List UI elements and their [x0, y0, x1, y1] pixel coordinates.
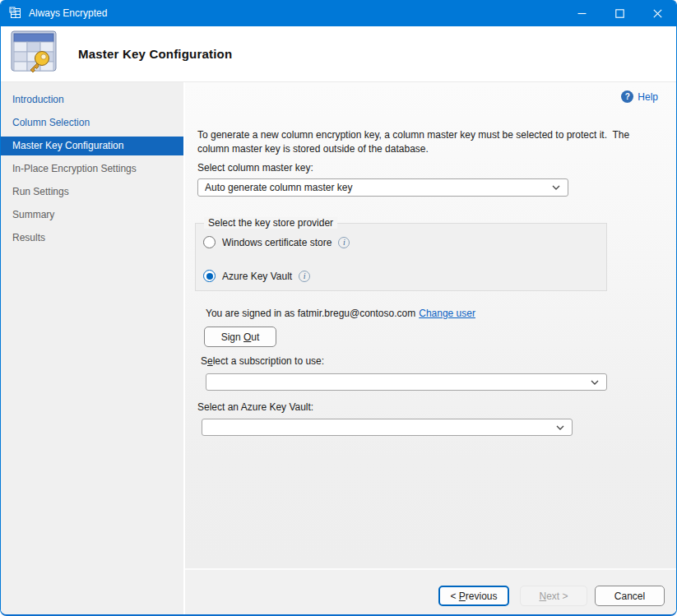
cancel-button[interactable]: Cancel [595, 586, 665, 606]
window-title: Always Encrypted [29, 7, 107, 19]
master-key-label: Select column master key: [197, 162, 313, 174]
change-user-link[interactable]: Change user [419, 308, 475, 319]
provider-groupbox: Select the key store provider Windows ce… [195, 223, 607, 291]
table-key-icon [11, 30, 58, 78]
subscription-combobox[interactable] [206, 373, 607, 391]
titlebar: Always Encrypted [1, 0, 676, 26]
app-icon [9, 7, 22, 20]
sidebar-item-column-selection[interactable]: Column Selection [1, 113, 183, 132]
previous-button[interactable]: < Previous [438, 586, 509, 606]
sidebar-item-run-settings: Run Settings [1, 183, 183, 201]
radio-azure-key-vault[interactable]: Azure Key Vault i [203, 270, 310, 282]
master-key-combobox-value: Auto generate column master key [205, 182, 551, 193]
radio-circle-selected-icon[interactable] [203, 270, 216, 282]
subscription-label: Select a subscription to use: [201, 355, 324, 367]
content-pane: ? Help To generate a new column encrypti… [185, 82, 676, 568]
close-button[interactable] [638, 0, 676, 26]
chevron-down-icon [555, 424, 565, 431]
signed-in-text: You are signed in as fatmir.bregu@contos… [206, 308, 475, 319]
sidebar-item-in-place-encryption-settings: In-Place Encryption Settings [1, 160, 183, 178]
vault-combobox[interactable] [202, 419, 573, 436]
master-key-combobox[interactable]: Auto generate column master key [197, 178, 568, 197]
info-icon[interactable]: i [338, 237, 350, 248]
radio-label: Windows certificate store [222, 237, 332, 248]
radio-windows-certificate-store[interactable]: Windows certificate store i [203, 236, 350, 248]
minimize-button[interactable] [563, 0, 600, 26]
page-title: Master Key Configuration [78, 47, 232, 61]
chevron-down-icon [590, 379, 600, 386]
chevron-down-icon [551, 184, 561, 191]
intro-text: To generate a new column encryption key,… [197, 128, 663, 156]
maximize-button[interactable] [600, 0, 638, 26]
help-icon: ? [621, 90, 633, 103]
sidebar-item-master-key-configuration[interactable]: Master Key Configuration [1, 137, 183, 155]
wizard-header: Master Key Configuration [1, 26, 676, 82]
sidebar-item-introduction[interactable]: Introduction [1, 90, 183, 109]
provider-groupbox-legend: Select the key store provider [204, 217, 337, 229]
sidebar-item-results: Results [1, 229, 183, 248]
sign-out-button[interactable]: Sign Out [204, 327, 276, 347]
sidebar-item-summary: Summary [1, 206, 183, 225]
next-button: Next > [520, 586, 587, 606]
footer-bar: < Previous Next > Cancel [185, 568, 676, 614]
radio-circle-icon[interactable] [203, 236, 216, 248]
info-icon[interactable]: i [299, 271, 310, 282]
always-encrypted-window: Always Encrypted [0, 0, 677, 616]
help-link[interactable]: ? Help [621, 90, 658, 103]
vault-label: Select an Azure Key Vault: [197, 401, 313, 413]
radio-label: Azure Key Vault [222, 271, 292, 282]
help-label: Help [638, 91, 658, 103]
sidebar: Introduction Column Selection Master Key… [1, 82, 185, 614]
